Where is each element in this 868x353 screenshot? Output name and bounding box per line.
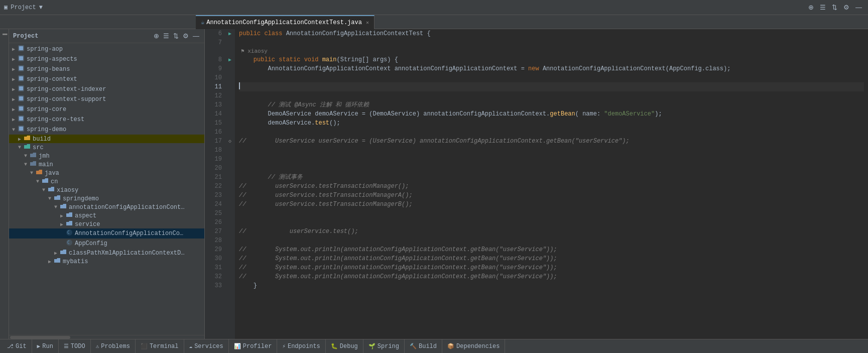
bottom-tab-icon-problems: ⚠ — [96, 343, 99, 349]
tree-item[interactable]: ▶spring-beans — [9, 64, 204, 74]
cls-token: DemoAService — [373, 110, 416, 117]
tab-close-icon[interactable]: ✕ — [366, 20, 369, 26]
tree-item[interactable]: ▼annotationConfigApplicationCont… — [9, 203, 204, 211]
main-area: ▐ Project ⊕ ☰ ⇅ ⚙ — ▶spring-aop▶spring-a… — [0, 29, 868, 339]
tree-item[interactable]: ▶spring-core-test — [9, 114, 204, 125]
locate-icon[interactable]: ⊕ — [153, 32, 160, 40]
bottom-tab-git[interactable]: ⎇Git — [2, 339, 32, 354]
tree-icon — [35, 169, 43, 177]
bottom-tab-todo[interactable]: ☰TODO — [59, 339, 91, 354]
tree-item[interactable]: CAnnotationConfigApplicationCo… — [9, 228, 204, 239]
tree-item[interactable]: ▼src — [9, 143, 204, 152]
tree-item[interactable]: ▼xiaosy — [9, 186, 204, 194]
svg-rect-17 — [19, 127, 23, 131]
tree-item[interactable]: ▶spring-core — [9, 104, 204, 114]
tree-item[interactable]: ▶classPathXmlApplicationContextD… — [9, 249, 204, 257]
tree-arrow: ▼ — [28, 170, 35, 176]
tree-item[interactable]: ▼cn — [9, 177, 204, 186]
tree-item[interactable]: ▶aspect — [9, 211, 204, 220]
gutter-cell — [225, 155, 235, 164]
bottom-tab-label: Endpoints — [288, 343, 320, 350]
tree-item-label: spring-core — [27, 106, 66, 113]
line-number: 23 — [205, 191, 222, 200]
kw-token: class — [264, 30, 282, 37]
collapse-all-icon[interactable]: ⇅ — [172, 32, 180, 40]
tree-icon — [41, 178, 49, 185]
tree-arrow: ▶ — [16, 136, 23, 142]
code-line: // userService.test(); — [239, 227, 864, 236]
code-lines[interactable]: public class AnnotationConfigApplication… — [235, 29, 868, 339]
bottom-tab-profiler[interactable]: 📊Profiler — [229, 339, 278, 354]
gutter-cell[interactable]: ◇ — [225, 137, 235, 146]
sidebar-header-actions: ⊕ ☰ ⇅ ⚙ — — [153, 32, 200, 40]
gutter-cell — [225, 100, 235, 109]
comment-token: // UserService userService = (UserServic… — [239, 138, 630, 145]
structure-tool[interactable]: ▐ — [1, 31, 8, 36]
bottom-tab-terminal[interactable]: ⬛Terminal — [136, 339, 184, 354]
tree-icon — [17, 115, 25, 124]
gutter-cell[interactable]: ▶ — [225, 55, 235, 64]
list-icon[interactable]: ☰ — [818, 3, 828, 12]
gutter-cell — [225, 272, 235, 281]
line-number: 28 — [205, 236, 222, 245]
tree-item[interactable]: ▶mybatis — [9, 257, 204, 266]
line-number: 20 — [205, 164, 222, 173]
tree-item[interactable]: ▶build — [9, 135, 204, 143]
author-annotation: ⚑ xiaosy — [239, 47, 864, 55]
cls-token: String — [340, 56, 362, 63]
code-line — [239, 164, 864, 173]
bottom-tab-problems[interactable]: ⚠Problems — [91, 339, 136, 354]
tree-arrow: ▼ — [22, 162, 29, 167]
editor-tab-active[interactable]: ☕ AnnotationConfigApplicationContextTest… — [196, 15, 375, 29]
tree-item[interactable]: ▶spring-aop — [9, 44, 204, 54]
tree-item[interactable]: CAppConfig — [9, 239, 204, 249]
bottom-tab-run[interactable]: ▶Run — [32, 339, 59, 354]
tree-item-label: spring-beans — [27, 66, 70, 73]
comment-token: // System.out.println(annotationConfigAp… — [239, 273, 557, 280]
tree-item[interactable]: ▼java — [9, 169, 204, 177]
sidebar-close-icon[interactable]: — — [192, 32, 200, 40]
gutter-cell[interactable]: ▶ — [225, 29, 235, 38]
tree-item[interactable]: ▼main — [9, 160, 204, 169]
code-line: // System.out.println(annotationConfigAp… — [239, 254, 864, 263]
tree-item[interactable]: ▶spring-aspects — [9, 54, 204, 64]
project-dropdown-icon[interactable]: ▼ — [39, 4, 43, 11]
code-container[interactable]: 6789101112131415161718192021222324252627… — [205, 29, 868, 339]
minimize-icon[interactable]: — — [853, 3, 864, 12]
bottom-tab-endpoints[interactable]: ⚡Endpoints — [277, 339, 325, 354]
tree-item[interactable]: ▼springdemo — [9, 194, 204, 203]
bottom-tab-services[interactable]: ☁Services — [184, 339, 229, 354]
bottom-tab-spring[interactable]: 🌱Spring — [363, 339, 405, 354]
tree-icon — [53, 258, 61, 265]
svg-text:C: C — [67, 230, 70, 235]
line-number: 29 — [205, 245, 222, 254]
horizontal-scrollbar[interactable] — [9, 335, 204, 339]
bottom-tab-build[interactable]: 🔨Build — [405, 339, 442, 354]
bottom-tab-dependencies[interactable]: 📦Dependencies — [442, 339, 505, 354]
tree-item-label: service — [75, 221, 100, 228]
sidebar-settings-icon[interactable]: ⚙ — [182, 32, 190, 40]
tree-item-label: aspect — [75, 212, 96, 219]
code-line: AnnotationConfigApplicationContext annot… — [239, 64, 864, 73]
add-icon[interactable]: ⊕ — [806, 3, 816, 12]
tree-item[interactable]: ▶spring-context-support — [9, 94, 204, 104]
tree-item[interactable]: ▶service — [9, 220, 204, 228]
tree-item[interactable]: ▶spring-context-indexer — [9, 84, 204, 94]
settings-icon[interactable]: ⚙ — [841, 3, 851, 12]
text-cursor — [239, 82, 240, 89]
tree-item[interactable]: ▼jmh — [9, 152, 204, 160]
line-number: 33 — [205, 281, 222, 290]
tree-arrow: ▼ — [10, 127, 17, 133]
bottom-tab-icon-services: ☁ — [189, 343, 193, 349]
gutter-cell — [225, 236, 235, 245]
comment-token: // userService.testTransactionManagerA()… — [239, 192, 413, 199]
gutter-cell — [225, 73, 235, 82]
line-number: 13 — [205, 100, 222, 109]
expand-all-icon[interactable]: ☰ — [162, 32, 170, 40]
gutter-cell — [225, 263, 235, 272]
tree-item[interactable]: ▶spring-context — [9, 74, 204, 84]
bottom-tab-debug[interactable]: 🐛Debug — [326, 339, 363, 354]
tree-item[interactable]: ▼spring-demo — [9, 125, 204, 135]
code-line — [239, 73, 864, 82]
sort-icon[interactable]: ⇅ — [830, 3, 839, 12]
